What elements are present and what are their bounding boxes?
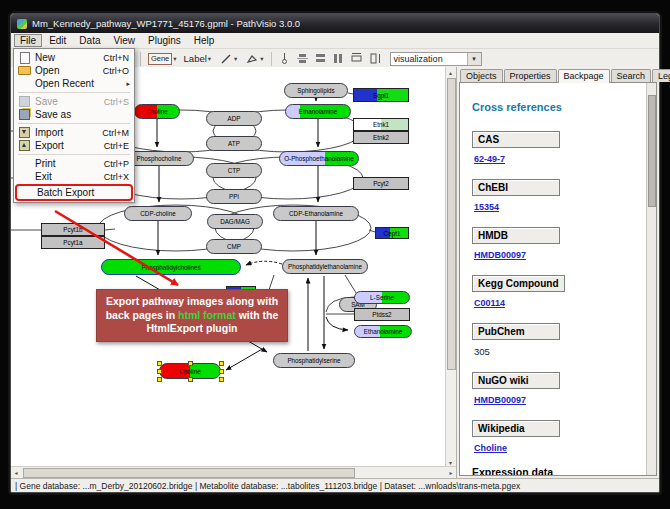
pathway-node-ethanolamine[interactable]: Ethanolamine	[285, 104, 351, 119]
menu-item-shortcut: Ctrl+N	[103, 53, 130, 63]
section-header: ChEBI	[472, 179, 560, 196]
app-icon	[17, 19, 27, 29]
chevron-down-icon[interactable]: ▾	[467, 53, 481, 65]
pathway-node-cdp-choline[interactable]: CDP-choline	[124, 206, 192, 221]
file-menu-item-exit[interactable]: ExitCtrl+X	[15, 170, 133, 183]
node-label: Choline	[146, 108, 167, 115]
pathway-node-ppi[interactable]: PPi	[206, 189, 262, 204]
pathway-node-etnk1[interactable]: Etnk1	[353, 118, 409, 131]
tab-legend[interactable]: Legend	[652, 69, 670, 82]
menu-view[interactable]: View	[107, 34, 141, 47]
file-menu-item-export[interactable]: ExportCtrl+E	[15, 139, 133, 152]
menu-data[interactable]: Data	[73, 34, 106, 47]
scroll-right-icon[interactable]: ▸	[446, 467, 456, 477]
tab-search[interactable]: Search	[611, 69, 652, 82]
pathway-node-choline[interactable]: Choline	[159, 363, 221, 379]
gene-datanode-button[interactable]: Gene ▾	[146, 52, 179, 66]
xref-link[interactable]: 62-49-7	[474, 154, 646, 164]
file-menu-item-open[interactable]: OpenCtrl+O	[15, 64, 133, 77]
canvas-vertical-scrollbar[interactable]: ▴ ▾	[445, 67, 456, 467]
panel-scrollbar[interactable]	[646, 83, 656, 475]
pathway-node-ethanolamine[interactable]: Ethanolamine	[354, 325, 412, 338]
pathway-node-pcyt2[interactable]: Pcyt2	[353, 177, 409, 190]
tab-backpage[interactable]: Backpage	[558, 69, 610, 83]
visualization-combobox[interactable]: visualization ▾	[390, 52, 482, 66]
selection-handle	[188, 377, 193, 382]
file-menu-item-save[interactable]: SaveCtrl+S	[15, 95, 133, 108]
pathway-node-phosphatidylcholines[interactable]: Phosphatidylcholines	[101, 259, 241, 275]
section-header: Wikipedia	[472, 420, 560, 437]
backpage-section-hmdb: HMDBHMDB00097	[472, 225, 646, 260]
tab-objects[interactable]: Objects	[460, 69, 503, 82]
shape-tool-button[interactable]: ▾	[242, 50, 265, 67]
title-bar[interactable]: Mm_Kennedy_pathway_WP1771_45176.gpml - P…	[11, 14, 659, 33]
node-label: Etnk1	[373, 121, 389, 128]
chevron-down-icon[interactable]: ▾	[260, 55, 263, 63]
menu-plugins[interactable]: Plugins	[142, 34, 187, 47]
pathway-node-etnk2[interactable]: Etnk2	[353, 131, 409, 144]
pathway-node-phosphatidylserine[interactable]: Phosphatidylserine	[273, 353, 355, 368]
scrollbar-thumb[interactable]	[648, 95, 656, 207]
annotation-callout: Export pathway images along with back pa…	[96, 289, 288, 342]
menu-icon-empty	[18, 171, 31, 183]
pathway-node-pcyt1a[interactable]: Pcyt1a	[41, 236, 105, 249]
chevron-down-icon[interactable]: ▾	[173, 55, 176, 63]
label-tool-button[interactable]: Label ▾	[182, 52, 214, 65]
align-center-icon[interactable]	[295, 51, 310, 66]
pathway-node-o-phosphoethanolamine[interactable]: O-Phosphoethanolamine	[279, 151, 359, 166]
xref-link[interactable]: Choline	[474, 443, 646, 453]
label-tool-label: Label	[184, 53, 207, 64]
menu-icon-empty	[18, 158, 31, 170]
file-menu-item-save-as[interactable]: Save as	[15, 108, 133, 121]
pathway-node-ptdss2[interactable]: Ptdss2	[354, 308, 410, 321]
pathway-node-cept1[interactable]: Cept1	[375, 227, 409, 239]
align-anchor-icon[interactable]	[277, 51, 292, 66]
pathway-node-ctp[interactable]: CTP	[206, 163, 262, 178]
scrollbar-thumb[interactable]	[23, 468, 355, 478]
menu-file[interactable]: File	[14, 34, 42, 47]
node-label: Pcyt1b	[63, 226, 82, 233]
common-width-icon[interactable]	[349, 51, 364, 66]
file-menu-item-open-recent[interactable]: Open Recent▸	[15, 77, 133, 90]
xref-sections: CAS62-49-7ChEBI15354HMDBHMDB00097Kegg Co…	[472, 129, 646, 453]
xref-link[interactable]: 15354	[474, 202, 646, 212]
scroll-up-icon[interactable]: ▴	[446, 67, 455, 77]
selection-handle	[219, 369, 224, 374]
selection-handle	[157, 369, 162, 374]
pathway-node-l-serine[interactable]: L-Serine	[354, 291, 410, 304]
xref-link[interactable]: C00114	[474, 298, 646, 308]
submenu-arrow-icon: ▸	[126, 80, 130, 88]
pathway-node-cdp-ethanolamine[interactable]: CDP-Ethanolamine	[273, 206, 359, 221]
pathway-node-cmp[interactable]: CMP	[206, 239, 262, 254]
file-menu-item-print[interactable]: PrintCtrl+P	[15, 157, 133, 170]
menu-help[interactable]: Help	[188, 34, 221, 47]
pathway-node-pcyt1b[interactable]: Pcyt1b	[41, 223, 105, 236]
toolbar-separator	[271, 52, 272, 66]
chevron-down-icon[interactable]: ▾	[234, 55, 237, 63]
pathway-node-adp[interactable]: ADP	[206, 111, 262, 126]
pathway-node-dag-mag[interactable]: DAG/MAG	[207, 214, 263, 229]
pathway-node-sgpl1[interactable]: Sgpl1	[353, 88, 409, 102]
menu-item-label: Export	[35, 140, 100, 151]
node-label: Sphingolipids	[297, 87, 334, 94]
node-label: Ptdss2	[372, 311, 391, 318]
pathway-node-choline[interactable]: Choline	[134, 104, 180, 119]
stack-columns-icon[interactable]	[331, 51, 346, 66]
line-tool-button[interactable]: ▾	[216, 50, 239, 67]
xref-link[interactable]: HMDB00097	[474, 395, 646, 405]
scroll-left-icon[interactable]: ◂	[11, 467, 21, 477]
xref-link[interactable]: HMDB00097	[474, 250, 646, 260]
stack-rows-icon[interactable]	[313, 51, 328, 66]
menu-edit[interactable]: Edit	[43, 34, 72, 47]
pathway-node-phosphatidylethanolamine[interactable]: Phosphatidylethanolamine	[282, 259, 368, 274]
pathway-node-sphingolipids[interactable]: Sphingolipids	[284, 83, 348, 98]
file-menu-item-batch-export[interactable]: Batch Export	[17, 186, 131, 199]
common-height-icon[interactable]	[367, 51, 382, 66]
file-menu-item-new[interactable]: NewCtrl+N	[15, 51, 133, 64]
scrollbar-thumb[interactable]	[447, 78, 456, 370]
pathway-node-atp[interactable]: ATP	[206, 136, 262, 151]
tab-properties[interactable]: Properties	[504, 69, 557, 82]
canvas-horizontal-scrollbar[interactable]: ◂ ▸	[11, 466, 456, 478]
file-menu-item-import[interactable]: ImportCtrl+M	[15, 126, 133, 139]
chevron-down-icon[interactable]: ▾	[208, 55, 211, 63]
